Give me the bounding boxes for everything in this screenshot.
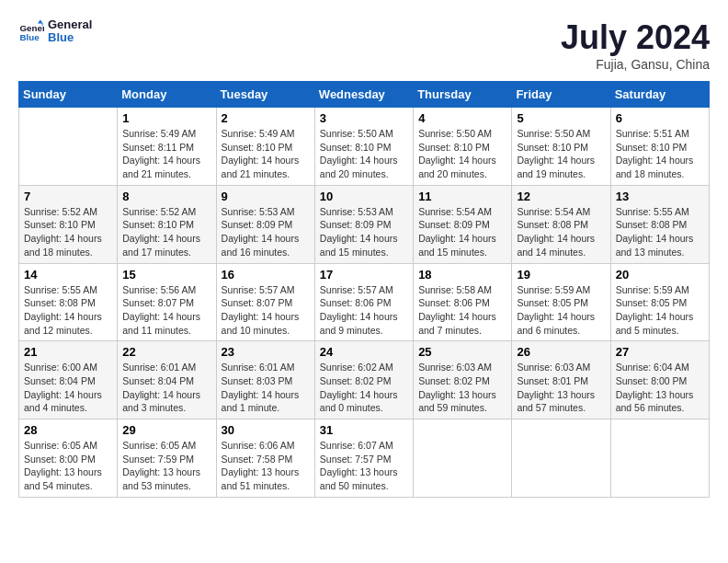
- day-info: Sunrise: 6:03 AM Sunset: 8:01 PM Dayligh…: [517, 361, 605, 415]
- day-number: 11: [418, 190, 506, 203]
- calendar-cell: 19Sunrise: 5:59 AM Sunset: 8:05 PM Dayli…: [512, 263, 610, 341]
- weekday-header-cell: Friday: [512, 82, 610, 108]
- day-info: Sunrise: 6:06 AM Sunset: 7:58 PM Dayligh…: [222, 439, 310, 493]
- calendar-cell: 30Sunrise: 6:06 AM Sunset: 7:58 PM Dayli…: [216, 419, 314, 498]
- day-info: Sunrise: 6:04 AM Sunset: 8:00 PM Dayligh…: [616, 361, 704, 415]
- calendar-week-row: 28Sunrise: 6:05 AM Sunset: 8:00 PM Dayli…: [19, 419, 710, 498]
- logo: General Blue General Blue: [18, 18, 92, 45]
- calendar-cell: 7Sunrise: 5:52 AM Sunset: 8:10 PM Daylig…: [19, 185, 118, 263]
- day-number: 18: [418, 268, 506, 282]
- day-number: 14: [24, 268, 112, 282]
- page-header: General Blue General Blue July 2024 Fuji…: [18, 18, 710, 72]
- day-info: Sunrise: 5:55 AM Sunset: 8:08 PM Dayligh…: [616, 205, 704, 259]
- day-number: 28: [24, 423, 112, 437]
- svg-text:Blue: Blue: [19, 32, 40, 42]
- day-number: 8: [122, 190, 210, 203]
- weekday-header-cell: Sunday: [19, 82, 118, 108]
- day-info: Sunrise: 5:58 AM Sunset: 8:06 PM Dayligh…: [418, 283, 506, 338]
- calendar-cell: 24Sunrise: 6:02 AM Sunset: 8:02 PM Dayli…: [314, 341, 413, 419]
- calendar-cell: 2Sunrise: 5:49 AM Sunset: 8:10 PM Daylig…: [216, 108, 314, 186]
- calendar-cell: 13Sunrise: 5:55 AM Sunset: 8:08 PM Dayli…: [610, 185, 709, 263]
- day-info: Sunrise: 6:00 AM Sunset: 8:04 PM Dayligh…: [24, 361, 112, 415]
- day-number: 6: [616, 111, 704, 125]
- day-number: 9: [222, 190, 310, 203]
- day-info: Sunrise: 5:51 AM Sunset: 8:10 PM Dayligh…: [616, 127, 704, 181]
- calendar-week-row: 14Sunrise: 5:55 AM Sunset: 8:08 PM Dayli…: [19, 263, 710, 341]
- day-number: 26: [517, 345, 605, 359]
- day-number: 16: [222, 268, 310, 282]
- calendar-cell: [414, 419, 512, 498]
- day-info: Sunrise: 5:53 AM Sunset: 8:09 PM Dayligh…: [222, 205, 310, 259]
- day-number: 31: [320, 423, 408, 437]
- day-number: 1: [122, 111, 210, 125]
- day-number: 13: [616, 190, 704, 203]
- calendar-cell: 23Sunrise: 6:01 AM Sunset: 8:03 PM Dayli…: [216, 341, 314, 419]
- calendar-week-row: 1Sunrise: 5:49 AM Sunset: 8:11 PM Daylig…: [19, 108, 710, 186]
- calendar-cell: 6Sunrise: 5:51 AM Sunset: 8:10 PM Daylig…: [610, 108, 709, 186]
- day-info: Sunrise: 5:49 AM Sunset: 8:11 PM Dayligh…: [122, 127, 210, 181]
- day-info: Sunrise: 5:59 AM Sunset: 8:05 PM Dayligh…: [517, 283, 605, 338]
- day-number: 10: [320, 190, 408, 203]
- calendar-table: SundayMondayTuesdayWednesdayThursdayFrid…: [18, 81, 710, 498]
- day-info: Sunrise: 5:59 AM Sunset: 8:05 PM Dayligh…: [616, 283, 704, 338]
- day-number: 21: [24, 345, 112, 359]
- day-number: 19: [517, 268, 605, 282]
- calendar-cell: 1Sunrise: 5:49 AM Sunset: 8:11 PM Daylig…: [118, 108, 216, 186]
- calendar-cell: 29Sunrise: 6:05 AM Sunset: 7:59 PM Dayli…: [118, 419, 216, 498]
- calendar-cell: [610, 419, 709, 498]
- month-year: July 2024: [561, 18, 710, 57]
- title-block: July 2024 Fujia, Gansu, China: [561, 18, 710, 72]
- weekday-header-cell: Tuesday: [216, 82, 314, 108]
- calendar-cell: 26Sunrise: 6:03 AM Sunset: 8:01 PM Dayli…: [512, 341, 610, 419]
- day-info: Sunrise: 5:55 AM Sunset: 8:08 PM Dayligh…: [24, 283, 112, 338]
- day-info: Sunrise: 5:52 AM Sunset: 8:10 PM Dayligh…: [24, 205, 112, 259]
- calendar-cell: 21Sunrise: 6:00 AM Sunset: 8:04 PM Dayli…: [19, 341, 118, 419]
- calendar-cell: 11Sunrise: 5:54 AM Sunset: 8:09 PM Dayli…: [414, 185, 512, 263]
- day-number: 2: [222, 111, 310, 125]
- calendar-cell: 25Sunrise: 6:03 AM Sunset: 8:02 PM Dayli…: [414, 341, 512, 419]
- calendar-cell: 27Sunrise: 6:04 AM Sunset: 8:00 PM Dayli…: [610, 341, 709, 419]
- day-info: Sunrise: 5:53 AM Sunset: 8:09 PM Dayligh…: [320, 205, 408, 259]
- day-number: 24: [320, 345, 408, 359]
- day-info: Sunrise: 5:54 AM Sunset: 8:09 PM Dayligh…: [418, 205, 506, 259]
- day-number: 15: [122, 268, 210, 282]
- day-info: Sunrise: 5:52 AM Sunset: 8:10 PM Dayligh…: [122, 205, 210, 259]
- day-info: Sunrise: 5:50 AM Sunset: 8:10 PM Dayligh…: [517, 127, 605, 181]
- logo-wordmark: General Blue: [48, 18, 92, 45]
- calendar-cell: 10Sunrise: 5:53 AM Sunset: 8:09 PM Dayli…: [314, 185, 413, 263]
- day-info: Sunrise: 5:54 AM Sunset: 8:08 PM Dayligh…: [517, 205, 605, 259]
- calendar-cell: 12Sunrise: 5:54 AM Sunset: 8:08 PM Dayli…: [512, 185, 610, 263]
- day-number: 3: [320, 111, 408, 125]
- calendar-cell: 31Sunrise: 6:07 AM Sunset: 7:57 PM Dayli…: [314, 419, 413, 498]
- day-number: 25: [418, 345, 506, 359]
- weekday-header-cell: Saturday: [610, 82, 709, 108]
- day-number: 23: [222, 345, 310, 359]
- day-info: Sunrise: 5:57 AM Sunset: 8:07 PM Dayligh…: [222, 283, 310, 338]
- weekday-header-row: SundayMondayTuesdayWednesdayThursdayFrid…: [19, 82, 710, 108]
- day-number: 22: [122, 345, 210, 359]
- calendar-cell: 16Sunrise: 5:57 AM Sunset: 8:07 PM Dayli…: [216, 263, 314, 341]
- calendar-cell: 18Sunrise: 5:58 AM Sunset: 8:06 PM Dayli…: [414, 263, 512, 341]
- calendar-cell: 20Sunrise: 5:59 AM Sunset: 8:05 PM Dayli…: [610, 263, 709, 341]
- calendar-cell: 4Sunrise: 5:50 AM Sunset: 8:10 PM Daylig…: [414, 108, 512, 186]
- day-number: 7: [24, 190, 112, 203]
- day-info: Sunrise: 6:05 AM Sunset: 8:00 PM Dayligh…: [24, 439, 112, 493]
- day-info: Sunrise: 5:50 AM Sunset: 8:10 PM Dayligh…: [320, 127, 408, 181]
- day-info: Sunrise: 6:07 AM Sunset: 7:57 PM Dayligh…: [320, 439, 408, 493]
- calendar-cell: 15Sunrise: 5:56 AM Sunset: 8:07 PM Dayli…: [118, 263, 216, 341]
- calendar-cell: 9Sunrise: 5:53 AM Sunset: 8:09 PM Daylig…: [216, 185, 314, 263]
- weekday-header-cell: Wednesday: [314, 82, 413, 108]
- day-info: Sunrise: 6:01 AM Sunset: 8:03 PM Dayligh…: [222, 361, 310, 415]
- calendar-body: 1Sunrise: 5:49 AM Sunset: 8:11 PM Daylig…: [19, 108, 710, 498]
- logo-icon: General Blue: [18, 18, 44, 44]
- day-number: 20: [616, 268, 704, 282]
- weekday-header-cell: Thursday: [414, 82, 512, 108]
- day-info: Sunrise: 6:05 AM Sunset: 7:59 PM Dayligh…: [122, 439, 210, 493]
- calendar-week-row: 7Sunrise: 5:52 AM Sunset: 8:10 PM Daylig…: [19, 185, 710, 263]
- calendar-week-row: 21Sunrise: 6:00 AM Sunset: 8:04 PM Dayli…: [19, 341, 710, 419]
- day-number: 27: [616, 345, 704, 359]
- day-info: Sunrise: 6:02 AM Sunset: 8:02 PM Dayligh…: [320, 361, 408, 415]
- day-info: Sunrise: 6:03 AM Sunset: 8:02 PM Dayligh…: [418, 361, 506, 415]
- calendar-cell: 8Sunrise: 5:52 AM Sunset: 8:10 PM Daylig…: [118, 185, 216, 263]
- day-number: 12: [517, 190, 605, 203]
